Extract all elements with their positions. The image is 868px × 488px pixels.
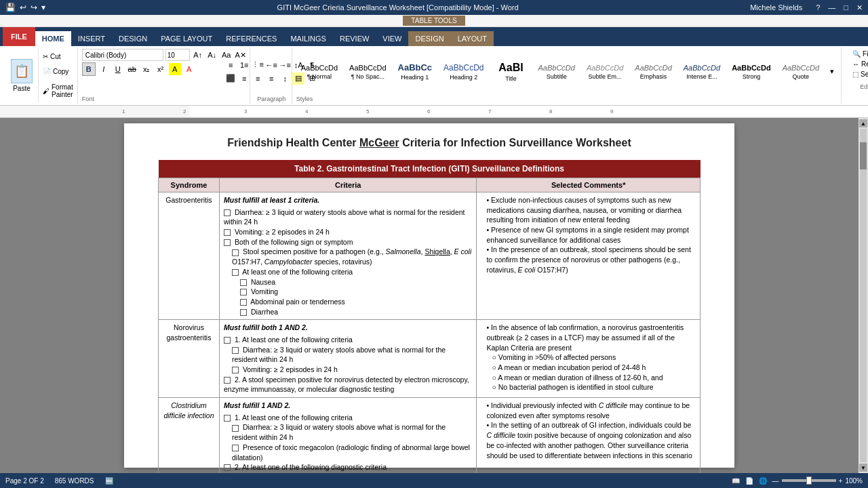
decrease-indent-button[interactable]: ←≡	[265, 59, 277, 71]
paragraph-group-label: Paragraph	[257, 94, 285, 102]
print-layout-button[interactable]: 📄	[745, 477, 753, 485]
minimize-button[interactable]: —	[828, 3, 835, 12]
tab-layout[interactable]: LAYOUT	[451, 31, 494, 46]
grow-font-button[interactable]: A↑	[192, 49, 204, 61]
title-bar: 💾 ↩ ↪ ▾ GITI McGeer Crieria Surveillance…	[0, 0, 868, 15]
justify-button[interactable]: ≡	[265, 73, 277, 85]
copy-label: Copy	[53, 68, 68, 75]
zoom-handle[interactable]	[806, 476, 812, 485]
ribbon: 📋 Paste ✂ Cut 📄 Copy 🖌 Format Painter A↑…	[0, 46, 868, 106]
align-right-button[interactable]: ≡	[252, 73, 264, 85]
style-normal[interactable]: AaBbCcDd ¶ Normal	[296, 51, 342, 93]
window-controls[interactable]: Michele Shields ? — □ ✕	[750, 3, 863, 12]
style-subtle[interactable]: AaBbCcDd Subtle Em...	[582, 51, 628, 93]
font-size-input[interactable]	[165, 49, 190, 61]
zoom-bar[interactable]	[782, 479, 836, 482]
read-mode-button[interactable]: 📖	[732, 477, 740, 485]
scrollbar[interactable]: ▲ ▼	[859, 118, 868, 473]
format-painter-button[interactable]: 🖌 Format Painter	[41, 83, 75, 99]
increase-indent-button[interactable]: →≡	[279, 59, 291, 71]
style-nospace-preview: AaBbCcDd	[349, 64, 386, 72]
scroll-track[interactable]	[860, 129, 867, 462]
tab-pagelayout[interactable]: PAGE LAYOUT	[154, 31, 219, 46]
tab-mailings[interactable]: MAILINGS	[283, 31, 333, 46]
select-button[interactable]: ⬚ Select ▾	[848, 69, 868, 79]
styles-more-button[interactable]: ▾	[826, 66, 838, 78]
zoom-slider[interactable]: — + 100%	[772, 477, 863, 485]
style-subtitle[interactable]: AaBbCcDd Subtitle	[533, 51, 579, 93]
quick-access-undo[interactable]: ↩	[20, 3, 26, 12]
font-name-input[interactable]	[82, 49, 163, 61]
syndrome-norovirus: Norovirus gastroenteritis	[159, 320, 220, 398]
quick-access-redo[interactable]: ↪	[31, 3, 37, 12]
style-emphasis-preview: AaBbCcDd	[635, 64, 671, 72]
select-icon: ⬚	[852, 70, 859, 78]
paste-button[interactable]: 📋 Paste	[5, 49, 39, 102]
find-button[interactable]: 🔍 Find	[848, 49, 868, 59]
scroll-down[interactable]: ▼	[859, 464, 867, 472]
zoom-out-icon[interactable]: —	[772, 477, 779, 485]
align-left-button[interactable]: ⬛	[224, 73, 237, 85]
style-strong[interactable]: AaBbCcDd Strong	[727, 51, 775, 93]
align-center-button[interactable]: ≡	[238, 73, 250, 85]
replace-button[interactable]: ↔ Replace	[848, 59, 868, 69]
style-intense[interactable]: AaBbCcDd Intense E...	[679, 51, 725, 93]
text-highlight-button[interactable]: A	[169, 63, 181, 75]
style-heading2[interactable]: AaBbCcDd Heading 2	[439, 51, 488, 93]
tab-insert[interactable]: INSERT	[71, 31, 112, 46]
tab-references[interactable]: REFERENCES	[219, 31, 283, 46]
status-right: 📖 📄 🌐 — + 100%	[732, 477, 863, 485]
style-strong-preview: AaBbCcDd	[732, 64, 770, 72]
col-comments: Selected Comments*	[477, 178, 701, 192]
title-bar-controls-left[interactable]: 💾 ↩ ↪ ▾	[5, 3, 45, 12]
quick-access-save[interactable]: 💾	[5, 3, 16, 12]
superscript-button[interactable]: x²	[155, 63, 167, 75]
bold-button[interactable]: B	[82, 62, 96, 76]
col-header-row: Syndrome Criteria Selected Comments*	[159, 178, 701, 192]
style-normal-preview: AaBbCcDd	[301, 64, 338, 72]
shrink-font-button[interactable]: A↓	[206, 49, 218, 61]
style-emphasis[interactable]: AaBbCcDd Emphasis	[630, 51, 676, 93]
font-color-button[interactable]: A	[183, 63, 195, 75]
zoom-in-icon[interactable]: +	[839, 477, 843, 485]
document-title: Friendship Health Center McGeer Criteria…	[158, 137, 701, 149]
style-quote-preview: AaBbCcDd	[783, 64, 819, 72]
subscript-button[interactable]: x₂	[140, 63, 153, 75]
table-tools-label: TABLE TOOLS	[403, 16, 465, 26]
maximize-button[interactable]: □	[844, 3, 848, 12]
copy-button[interactable]: 📄 Copy	[41, 67, 75, 76]
criteria-gastro: Must fulfill at least 1 criteria. Diarrh…	[219, 192, 476, 320]
italic-button[interactable]: I	[98, 63, 110, 75]
style-intense-preview: AaBbCcDd	[684, 64, 720, 72]
multilevel-button[interactable]: ⋮≡	[252, 59, 264, 71]
style-nospace[interactable]: AaBbCcDd ¶ No Spac...	[344, 51, 391, 93]
styles-row: AaBbCcDd ¶ Normal AaBbCcDd ¶ No Spac... …	[296, 49, 838, 94]
style-subtle-preview: AaBbCcDd	[587, 64, 623, 72]
style-quote[interactable]: AaBbCcDd Quote	[778, 51, 824, 93]
scroll-up[interactable]: ▲	[859, 119, 867, 127]
tab-design2[interactable]: DESIGN	[408, 31, 450, 46]
web-layout-button[interactable]: 🌐	[759, 477, 767, 485]
style-title[interactable]: AaBI Title	[490, 51, 531, 93]
scroll-thumb[interactable]	[860, 142, 867, 169]
word-count: 865 WORDS	[55, 477, 94, 485]
cut-button[interactable]: ✂ Cut	[41, 52, 75, 61]
paragraph-group: ≡ 1≡ ⋮≡ ←≡ →≡ ↕A ¶ ⬛ ≡ ≡ ≡ ↕ ▤ ⊞	[252, 47, 292, 104]
strikethrough-button[interactable]: ab	[126, 63, 138, 75]
tab-view[interactable]: VIEW	[376, 31, 408, 46]
page-indicator: Page 2 OF 2	[5, 477, 44, 485]
ribbon-tabs[interactable]: FILE HOME INSERT DESIGN PAGE LAYOUT REFE…	[0, 27, 868, 46]
underline-button[interactable]: U	[112, 63, 124, 75]
tab-home[interactable]: HOME	[35, 31, 71, 46]
cut-label: Cut	[50, 53, 61, 60]
style-heading1[interactable]: AaBbCc Heading 1	[393, 51, 437, 93]
numbering-button[interactable]: 1≡	[238, 59, 250, 71]
bullets-button[interactable]: ≡	[224, 59, 237, 71]
clipboard-group: 📋 Paste ✂ Cut 📄 Copy 🖌 Format Painter	[3, 47, 78, 104]
line-spacing-button[interactable]: ↕	[279, 73, 291, 85]
help-icon[interactable]: ?	[816, 3, 820, 12]
tab-file[interactable]: FILE	[3, 27, 35, 46]
tab-design[interactable]: DESIGN	[112, 31, 154, 46]
tab-review[interactable]: REVIEW	[333, 31, 376, 46]
close-button[interactable]: ✕	[856, 3, 863, 12]
